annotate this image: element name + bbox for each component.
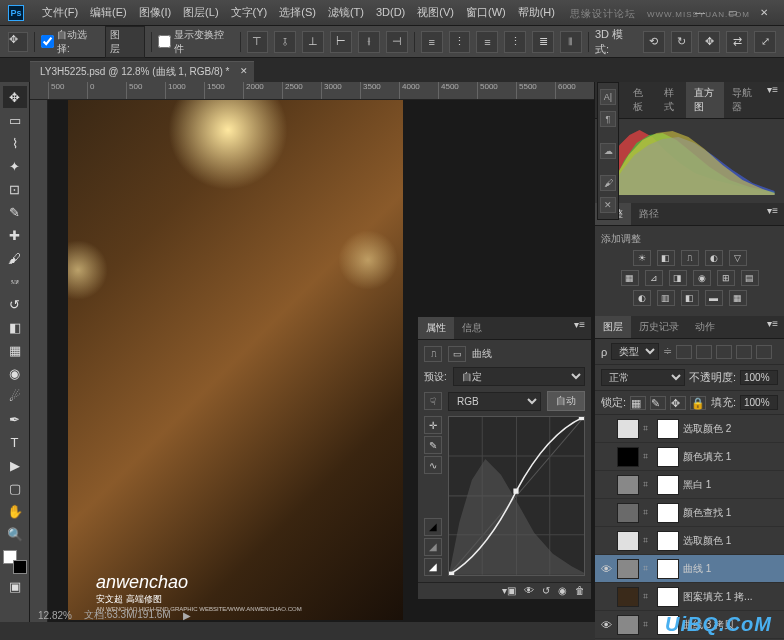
delete-adjustment-icon[interactable]: 🗑 (575, 585, 585, 596)
align-vcenter-icon[interactable]: ⫱ (274, 31, 296, 53)
adj-selectivecolor-icon[interactable]: ▦ (729, 290, 747, 306)
layer-link-icon[interactable]: ⌗ (643, 423, 653, 434)
menu-item[interactable]: 编辑(E) (84, 4, 133, 20)
filter-pixel-icon[interactable] (676, 345, 692, 359)
layer-name[interactable]: 选取颜色 2 (683, 422, 780, 436)
strip-brushes-icon[interactable]: 🖌 (600, 175, 616, 191)
clone-stamp-tool[interactable]: ⎃ (3, 270, 27, 292)
layer-visibility-icon[interactable] (599, 506, 613, 520)
zoom-level[interactable]: 12.82% (38, 610, 72, 621)
filter-adjust-icon[interactable] (696, 345, 712, 359)
adj-colorbalance-icon[interactable]: ⊿ (645, 270, 663, 286)
marquee-tool[interactable]: ▭ (3, 109, 27, 131)
auto-button[interactable]: 自动 (547, 391, 585, 411)
layer-thumbnail[interactable] (617, 615, 639, 635)
adj-photofilter-icon[interactable]: ◉ (693, 270, 711, 286)
menu-item[interactable]: 3D(D) (370, 4, 411, 20)
layer-thumbnail[interactable] (617, 475, 639, 495)
white-point-icon[interactable]: ◢ (424, 558, 442, 576)
adj-gradientmap-icon[interactable]: ▬ (705, 290, 723, 306)
channel-select[interactable]: RGB (448, 392, 541, 411)
panel-tab[interactable]: 色板 (625, 82, 655, 118)
lock-position-icon[interactable]: ✥ (670, 396, 686, 410)
adj-posterize-icon[interactable]: ▥ (657, 290, 675, 306)
panel-tab[interactable]: 路径 (631, 203, 667, 225)
panel-menu-icon[interactable]: ▾≡ (761, 203, 784, 225)
opacity-input[interactable] (740, 370, 778, 385)
layer-visibility-icon[interactable] (599, 450, 613, 464)
adj-exposure-icon[interactable]: ◐ (705, 250, 723, 266)
adj-curves-icon[interactable]: ⎍ (681, 250, 699, 266)
layer-visibility-icon[interactable]: 👁 (599, 562, 613, 576)
panel-tab[interactable]: 样式 (656, 82, 686, 118)
document-tab[interactable]: LY3H5225.psd @ 12.8% (曲线 1, RGB/8) * ✕ (30, 61, 254, 82)
3d-orbit-icon[interactable]: ⟲ (643, 31, 665, 53)
panel-tab[interactable]: 历史记录 (631, 316, 687, 338)
layer-link-icon[interactable]: ⌗ (643, 619, 653, 630)
layer-name[interactable]: 黑白 1 (683, 478, 780, 492)
adj-channelmixer-icon[interactable]: ⊞ (717, 270, 735, 286)
pen-tool[interactable]: ✒ (3, 408, 27, 430)
layer-name[interactable]: 图案填充 1 拷... (683, 590, 780, 604)
menu-item[interactable]: 文字(Y) (225, 4, 274, 20)
curve-pencil-tool[interactable]: ✎ (424, 436, 442, 454)
adj-invert-icon[interactable]: ◐ (633, 290, 651, 306)
strip-paragraph-icon[interactable]: ¶ (600, 111, 616, 127)
on-image-tool-icon[interactable]: ☟ (424, 392, 442, 410)
menu-item[interactable]: 选择(S) (273, 4, 322, 20)
layer-thumbnail[interactable] (617, 559, 639, 579)
panel-tab[interactable]: 信息 (454, 317, 490, 339)
panel-tab[interactable]: 属性 (418, 317, 454, 339)
shape-tool[interactable]: ▢ (3, 477, 27, 499)
panel-tab[interactable]: 直方图 (686, 82, 724, 118)
align-left-icon[interactable]: ⊢ (330, 31, 352, 53)
layer-thumbnail[interactable] (617, 447, 639, 467)
curve-smooth-tool[interactable]: ∿ (424, 456, 442, 474)
layer-filter-kind[interactable]: 类型 (611, 343, 659, 360)
menu-item[interactable]: 窗口(W) (460, 4, 512, 20)
crop-tool[interactable]: ⊡ (3, 178, 27, 200)
auto-select-target[interactable]: 图层 (105, 26, 145, 58)
move-tool[interactable]: ✥ (3, 86, 27, 108)
quickmask-toggle[interactable]: ▣ (3, 575, 27, 597)
layer-row[interactable]: ⌗图案填充 1 拷... (595, 583, 784, 611)
show-transform-checkbox[interactable]: 显示变换控件 (158, 28, 233, 56)
menu-item[interactable]: 图层(L) (177, 4, 224, 20)
layer-link-icon[interactable]: ⌗ (643, 507, 653, 518)
history-brush-tool[interactable]: ↺ (3, 293, 27, 315)
lock-image-icon[interactable]: ✎ (650, 396, 666, 410)
distribute-2-icon[interactable]: ⋮ (449, 31, 471, 53)
adj-colorlookup-icon[interactable]: ▤ (741, 270, 759, 286)
view-previous-icon[interactable]: 👁 (524, 585, 534, 596)
hand-tool[interactable]: ✋ (3, 500, 27, 522)
dodge-tool[interactable]: ☄ (3, 385, 27, 407)
adj-bw-icon[interactable]: ◨ (669, 270, 687, 286)
fill-input[interactable] (740, 395, 778, 410)
strip-libraries-icon[interactable]: ☁ (600, 143, 616, 159)
zoom-tool[interactable]: 🔍 (3, 523, 27, 545)
3d-roll-icon[interactable]: ↻ (671, 31, 693, 53)
layer-name[interactable]: 选取颜色 1 (683, 534, 780, 548)
close-tab-icon[interactable]: ✕ (240, 66, 248, 76)
eyedropper-tool[interactable]: ✎ (3, 201, 27, 223)
layer-link-icon[interactable]: ⌗ (643, 563, 653, 574)
adj-brightness-icon[interactable]: ☀ (633, 250, 651, 266)
gradient-tool[interactable]: ▦ (3, 339, 27, 361)
layer-thumbnail[interactable] (617, 587, 639, 607)
black-point-icon[interactable]: ◢ (424, 518, 442, 536)
menu-item[interactable]: 图像(I) (133, 4, 177, 20)
window-close[interactable]: ✕ (752, 5, 776, 21)
adj-levels-icon[interactable]: ◧ (657, 250, 675, 266)
menu-item[interactable]: 视图(V) (411, 4, 460, 20)
status-arrow-icon[interactable]: ▶ (183, 610, 191, 621)
clip-layer-icon[interactable]: ▾▣ (502, 585, 516, 596)
eraser-tool[interactable]: ◧ (3, 316, 27, 338)
distribute-6-icon[interactable]: ⫴ (560, 31, 582, 53)
layer-name[interactable]: 颜色查找 1 (683, 506, 780, 520)
layer-thumbnail[interactable] (617, 503, 639, 523)
strip-tools-icon[interactable]: ✕ (600, 197, 616, 213)
distribute-5-icon[interactable]: ≣ (532, 31, 554, 53)
background-color[interactable] (13, 560, 27, 574)
curves-graph[interactable] (448, 416, 585, 576)
panel-tab[interactable]: 动作 (687, 316, 723, 338)
